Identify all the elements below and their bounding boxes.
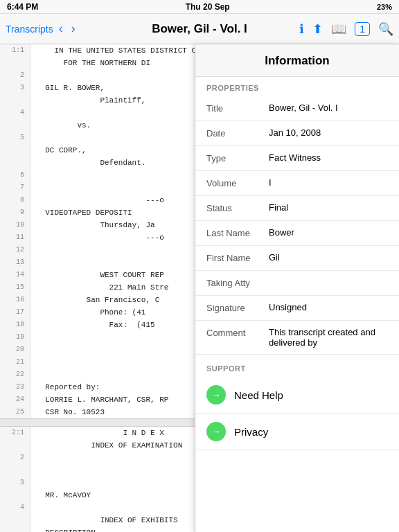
property-label-takingatty: Taking Atty [206, 277, 269, 288]
property-label-firstname: First Name [206, 252, 269, 263]
info-panel-header: Information [195, 44, 399, 77]
property-date-row: Date Jan 10, 2008 [195, 121, 399, 146]
property-takingatty-row: Taking Atty [195, 271, 399, 296]
property-label-volume: Volume [206, 177, 269, 188]
bookmark-button[interactable]: 📖 [331, 21, 346, 37]
share-button[interactable]: ⬆ [312, 21, 323, 37]
battery-level: 23% [377, 3, 392, 11]
property-title-row: Title Bower, Gil - Vol. I [195, 96, 399, 121]
nav-title: Bower, Gil - Vol. I [152, 22, 247, 36]
main-content: 1:1 IN THE UNITED STATES DISTRICT COU FO… [0, 44, 399, 532]
support-section-label: SUPPORT [195, 357, 399, 377]
property-value-volume: I [269, 177, 388, 188]
property-volume-row: Volume I [195, 171, 399, 196]
status-time: 6:44 PM [7, 2, 38, 12]
property-value-status: Final [269, 202, 388, 213]
property-lastname-row: Last Name Bower [195, 221, 399, 246]
property-status-row: Status Final [195, 196, 399, 221]
privacy-icon [206, 422, 226, 441]
need-help-label: Need Help [234, 389, 283, 401]
need-help-button[interactable]: Need Help [195, 377, 399, 414]
info-panel-title: Information [265, 54, 330, 67]
nav-left: Transcripts ‹ › [6, 21, 78, 36]
info-button[interactable]: ℹ [299, 21, 304, 37]
property-label-comment: Comment [206, 327, 269, 338]
property-comment-row: Comment This transcript created and deli… [195, 321, 399, 355]
property-label-signature: Signature [206, 302, 269, 313]
status-bar: 6:44 PM Thu 20 Sep 23% [0, 0, 399, 14]
property-value-firstname: Gil [269, 252, 388, 263]
info-panel: Information PROPERTIES Title Bower, Gil … [195, 44, 399, 532]
nav-right: ℹ ⬆ 📖 1 🔍 [299, 21, 393, 37]
next-button[interactable]: › [69, 21, 78, 36]
status-right: 23% [377, 3, 392, 11]
properties-section-label: PROPERTIES [195, 77, 399, 96]
property-value-type: Fact Witness [269, 152, 388, 163]
back-button[interactable]: Transcripts [6, 24, 53, 35]
status-day: Thu 20 Sep [186, 2, 230, 12]
property-label-lastname: Last Name [206, 227, 269, 238]
property-label-type: Type [206, 152, 269, 163]
page-number[interactable]: 1 [355, 22, 370, 36]
privacy-button[interactable]: Privacy [195, 414, 399, 450]
need-help-icon [206, 385, 226, 405]
property-value-comment: This transcript created and delivered by [269, 327, 388, 348]
property-label-date: Date [206, 127, 269, 139]
property-label-title: Title [206, 103, 269, 114]
privacy-label: Privacy [234, 426, 268, 438]
property-value-date: Jan 10, 2008 [269, 127, 388, 138]
property-value-signature: Unsigned [269, 302, 388, 312]
property-signature-row: Signature Unsigned [195, 296, 399, 321]
property-firstname-row: First Name Gil [195, 246, 399, 271]
property-label-status: Status [206, 202, 269, 213]
property-type-row: Type Fact Witness [195, 146, 399, 171]
prev-button[interactable]: ‹ [56, 21, 66, 36]
property-value-title: Bower, Gil - Vol. I [269, 103, 388, 113]
search-button[interactable]: 🔍 [378, 21, 393, 37]
nav-bar: Transcripts ‹ › Bower, Gil - Vol. I ℹ ⬆ … [0, 14, 399, 44]
property-value-lastname: Bower [269, 227, 388, 238]
